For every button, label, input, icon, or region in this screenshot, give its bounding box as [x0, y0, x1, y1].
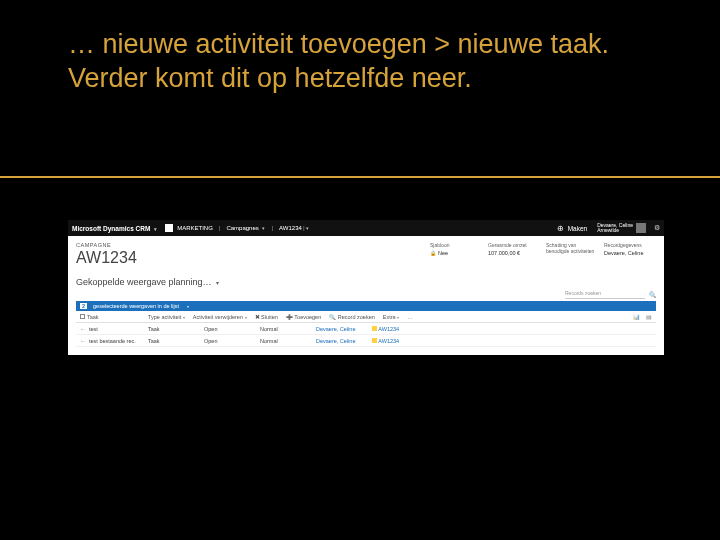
header-field-record-info[interactable]: Recordgegevens Devaere, Celine [604, 242, 656, 256]
arrow-icon: ← [80, 326, 86, 332]
page-title: AW1234 [76, 249, 137, 267]
search-icon[interactable]: 🔍 [649, 291, 656, 298]
entity-list-link[interactable]: Campagnes [226, 225, 265, 231]
product-logo[interactable]: Microsoft Dynamics CRM [72, 225, 157, 232]
product-label: Microsoft Dynamics CRM [72, 225, 150, 232]
cmd-label: Activiteit verwijderen [193, 314, 243, 320]
table-row[interactable]: ← test Taak Open Normal Devaere, Celine … [76, 323, 656, 335]
selection-bar: 2 geselecteerde weergaven in de lijst [76, 301, 656, 311]
search-input[interactable]: Records zoeken [565, 290, 645, 299]
avatar [636, 223, 646, 233]
cell-subject: test bestaande rec. [89, 338, 136, 344]
cell-regarding-owner[interactable]: Devaere, Celine [316, 338, 364, 344]
cell-regarding[interactable]: AW1234 [372, 338, 399, 344]
record-link[interactable]: AW1234 [279, 225, 309, 231]
table-row[interactable]: ← test bestaande rec. Taak Open Normal D… [76, 335, 656, 347]
cmd-delete[interactable]: Activiteit verwijderen [193, 314, 247, 320]
global-navbar: Microsoft Dynamics CRM MARKETING | Campa… [68, 220, 664, 236]
cell-regarding-owner[interactable]: Devaere, Celine [316, 326, 364, 332]
cmd-label: Toevoegen [294, 314, 321, 320]
headline: … nieuwe activiteit toevoegen > nieuwe t… [68, 28, 652, 96]
cell-status: Open [204, 338, 252, 344]
cmd-label: Extra [383, 314, 396, 320]
cell-status: Open [204, 326, 252, 332]
cell-type: Taak [148, 326, 196, 332]
slide: … nieuwe activiteit toevoegen > nieuwe t… [0, 0, 720, 540]
breadcrumb: MARKETING | Campagnes | AW1234 [165, 224, 309, 232]
subgrid-title[interactable]: Gekoppelde weergave planning… [76, 277, 656, 287]
subgrid-search-row: Records zoeken 🔍 [76, 290, 656, 299]
area-label: MARKETING [177, 225, 213, 231]
entity-list-label: Campagnes [226, 225, 258, 231]
lock-icon: 🔒 [430, 250, 436, 256]
form-header: CAMPAGNE AW1234 Sjabloon 🔒Nee Geraamde o… [76, 242, 656, 267]
subgrid-title-label: Gekoppelde weergave planning… [76, 277, 212, 287]
breadcrumb-separator: | [217, 225, 223, 231]
field-label: Sjabloon [430, 242, 482, 248]
field-label: Geraamde omzet [488, 242, 540, 248]
chevron-down-icon[interactable] [185, 303, 189, 309]
chevron-down-icon [216, 277, 219, 287]
subgrid-toolbar: Taak Type activiteit Activiteit verwijde… [76, 311, 656, 323]
cmd-overflow[interactable]: … [407, 314, 413, 320]
cmd-search-records[interactable]: 🔍 Record zoeken [329, 314, 375, 320]
field-label: Recordgegevens [604, 242, 656, 248]
field-label: Schatting van benodigde activiteiten [546, 242, 598, 254]
user-menu[interactable]: Devaere, Celine Arnewilde [597, 223, 646, 233]
cell-regarding[interactable]: AW1234 [372, 326, 399, 332]
selection-count: 2 [80, 303, 87, 309]
col-label: Type activiteit [148, 314, 181, 320]
campaign-icon [372, 338, 377, 343]
arrow-icon: ← [80, 338, 86, 344]
navbar-right: ⊕ Maken Devaere, Celine Arnewilde ⚙ [557, 223, 660, 233]
create-icon[interactable]: ⊕ [557, 224, 564, 233]
chart-icon[interactable]: 📊 [633, 314, 640, 320]
cell-type: Taak [148, 338, 196, 344]
cmd-label: Sluiten [261, 314, 278, 320]
cell-owner: Normal [260, 338, 308, 344]
field-value: Devaere, Celine [604, 250, 643, 256]
record-label: AW1234 [279, 225, 302, 231]
cmd-label: Record zoeken [338, 314, 375, 320]
entity-type-label: CAMPAGNE [76, 242, 137, 248]
header-field-activities[interactable]: Schatting van benodigde activiteiten [546, 242, 598, 256]
regarding-link: AW1234 [378, 326, 399, 332]
field-value: Nee [438, 250, 448, 256]
cell-subject: test [89, 326, 98, 332]
new-task-button[interactable]: Taak [87, 314, 99, 320]
campaign-icon [372, 326, 377, 331]
divider [0, 176, 720, 178]
header-field-revenue[interactable]: Geraamde omzet 107.000,00 € [488, 242, 540, 256]
cell-owner: Normal [260, 326, 308, 332]
create-button[interactable]: Maken [568, 225, 588, 232]
cmd-tools[interactable]: Extra [383, 314, 399, 320]
task-icon [80, 314, 85, 319]
regarding-link: AW1234 [378, 338, 399, 344]
breadcrumb-separator: | [269, 225, 275, 231]
filter-icon[interactable]: ▤ [646, 314, 652, 320]
header-field-template: Sjabloon 🔒Nee [430, 242, 482, 256]
selection-label: geselecteerde weergaven in de lijst [93, 303, 179, 309]
cmd-add[interactable]: ➕ Toevoegen [286, 314, 321, 320]
field-value: 107.000,00 € [488, 250, 520, 256]
gear-icon[interactable]: ⚙ [654, 224, 660, 232]
form-body: CAMPAGNE AW1234 Sjabloon 🔒Nee Geraamde o… [68, 236, 664, 355]
crm-screenshot: Microsoft Dynamics CRM MARKETING | Campa… [68, 220, 664, 355]
col-type[interactable]: Type activiteit [148, 314, 185, 320]
header-fields: Sjabloon 🔒Nee Geraamde omzet 107.000,00 … [430, 242, 656, 256]
cmd-close[interactable]: ✖ Sluiten [255, 314, 278, 320]
user-org: Arnewilde [597, 228, 633, 233]
area-link[interactable]: MARKETING [177, 225, 213, 231]
home-icon[interactable] [165, 224, 173, 232]
